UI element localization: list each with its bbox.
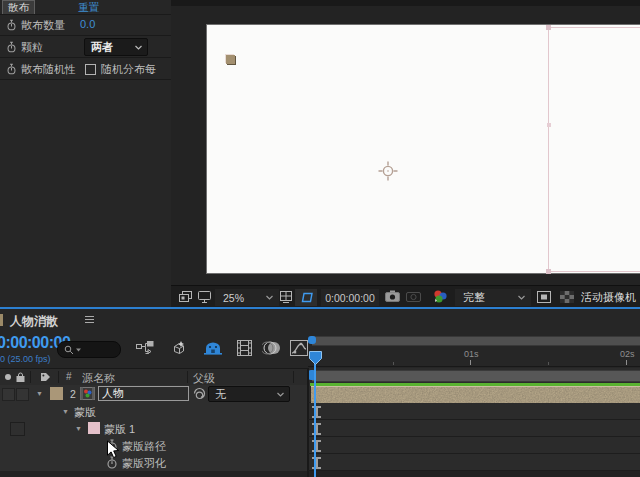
camera-view-value: 活动摄像机	[581, 290, 636, 305]
snapshot-camera-icon[interactable]	[385, 290, 400, 303]
ruler-label-01s: 01s	[464, 349, 479, 359]
group-expand-triangle[interactable]: ▼	[62, 408, 69, 415]
comp-icon	[0, 314, 3, 326]
time-ruler[interactable]: 01s 02s	[308, 346, 640, 367]
rows-bottom-filler	[0, 471, 640, 477]
grain-dropdown-value: 两者	[91, 40, 113, 55]
region-of-interest-icon[interactable]	[537, 291, 551, 303]
audio-toggle[interactable]	[16, 388, 29, 401]
mask-path-label[interactable]: 蒙版路径	[122, 439, 166, 454]
channels-rgb-icon[interactable]	[432, 289, 448, 304]
scatter-amount-value[interactable]: 0.0	[80, 18, 95, 30]
divider	[293, 371, 294, 383]
resolution-dropdown[interactable]: 完整	[455, 289, 531, 306]
stopwatch-icon[interactable]	[6, 19, 17, 31]
grid-and-guides-icon[interactable]	[279, 291, 293, 303]
preview-timecode-box[interactable]: 0:00:00:00	[321, 289, 379, 306]
playhead-line[interactable]	[314, 359, 316, 477]
composition-viewer-panel: 25% 0:00:00:00	[171, 0, 640, 307]
motion-blur-toggle[interactable]	[262, 340, 282, 356]
search-icon	[64, 345, 74, 355]
graph-editor-toggle[interactable]	[290, 340, 308, 356]
layer-expand-triangle[interactable]: ▼	[36, 390, 43, 397]
mask-path-top-edge[interactable]	[548, 27, 640, 28]
column-header-row: # 源名称 父级	[0, 368, 308, 386]
monitor-icon[interactable]	[198, 291, 211, 303]
hide-shy-layers-toggle[interactable]	[203, 340, 223, 356]
parent-pick-whip-icon[interactable]	[193, 387, 206, 400]
randomize-checkbox-label: 随机分布每	[101, 62, 156, 77]
show-snapshot-icon[interactable]	[406, 290, 421, 303]
work-area-bar[interactable]	[312, 370, 640, 382]
multi-view-layout-icon[interactable]	[179, 291, 192, 303]
masks-group-label: 蒙版	[74, 405, 96, 420]
parent-column-header[interactable]: 父级	[193, 371, 215, 386]
source-name-column-header[interactable]: 源名称	[82, 371, 115, 386]
timeline-tab-title: 人物消散	[10, 313, 58, 330]
video-column-icon	[5, 374, 11, 380]
masks-group-row[interactable]: ▼ 蒙版	[0, 403, 308, 421]
timeline-tab[interactable]: 人物消散	[0, 309, 200, 331]
divider	[0, 14, 171, 15]
mask-feather-label[interactable]: 蒙版羽化	[122, 456, 166, 471]
time-navigator-start-handle[interactable]	[308, 336, 316, 344]
mask-feather-row[interactable]: 蒙版羽化	[0, 454, 308, 472]
composition-canvas[interactable]	[207, 25, 640, 273]
layer-label-color-swatch[interactable]	[50, 387, 63, 400]
resolution-value: 完整	[463, 290, 485, 305]
effect-name-box[interactable]: 散布	[2, 0, 35, 15]
ruler-label-02s: 02s	[620, 349, 635, 359]
chevron-down-icon	[518, 295, 525, 300]
mask-1-label: 蒙版 1	[104, 422, 135, 437]
parent-dropdown-value: 无	[215, 387, 226, 402]
mask-expand-triangle[interactable]: ▼	[75, 425, 82, 432]
time-navigator-bar[interactable]	[312, 336, 640, 346]
search-menu-chevron-icon	[76, 348, 81, 352]
divider	[308, 453, 640, 454]
grain-dropdown[interactable]: 两者	[84, 38, 148, 56]
stopwatch-icon[interactable]	[6, 63, 17, 75]
mask-vertex-handle[interactable]	[546, 269, 551, 274]
mouse-cursor	[106, 440, 121, 460]
search-input[interactable]	[57, 341, 121, 358]
transparency-grid-icon[interactable]	[560, 291, 574, 303]
layer-name-input[interactable]	[98, 386, 189, 401]
playhead-indicator[interactable]	[309, 351, 322, 365]
mask-vertex-handle[interactable]	[546, 25, 551, 30]
fps-label: 0 (25.00 fps)	[0, 354, 51, 364]
mask-1-row[interactable]: ▼ 蒙版 1	[0, 420, 308, 438]
draft-3d-icon[interactable]	[170, 340, 188, 356]
mask-visibility-toggle[interactable]	[295, 289, 317, 306]
video-toggle[interactable]	[2, 388, 15, 401]
mask-vertex-handle[interactable]	[547, 123, 551, 127]
panel-menu-icon[interactable]	[84, 314, 95, 325]
reset-effect-link[interactable]: 重置	[78, 1, 99, 15]
stopwatch-icon[interactable]	[6, 41, 17, 53]
composition-mini-flowchart-icon[interactable]	[136, 341, 154, 356]
timeline-panel: 人物消散 0:00:00:00 0 (25.00 fps)	[0, 309, 640, 477]
randomize-checkbox[interactable]	[85, 64, 96, 75]
magnification-dropdown[interactable]: 25%	[215, 289, 279, 306]
property-ibeam-marker	[311, 457, 322, 469]
effect-controls-panel: 散布 重置 散布数量 0.0 颗粒 两者 散布随机	[0, 0, 172, 307]
parent-dropdown[interactable]: 无	[208, 386, 290, 402]
mask-path-bottom-edge[interactable]	[548, 271, 640, 272]
chevron-down-icon	[135, 45, 142, 50]
property-ibeam-marker	[311, 423, 322, 435]
mask-path-row[interactable]: 蒙版路径	[0, 437, 308, 455]
mask-color-swatch[interactable]	[88, 422, 100, 434]
label-column-icon	[40, 372, 51, 382]
timeline-column-divider[interactable]	[307, 368, 309, 477]
layer-row-person[interactable]: ▼ 2 无	[0, 385, 308, 404]
magnification-value: 25%	[223, 292, 244, 304]
frame-blending-toggle[interactable]	[236, 340, 253, 356]
layer-duration-bar[interactable]	[311, 386, 640, 403]
divider	[58, 371, 59, 383]
mask-path-vertical-edge[interactable]	[548, 27, 549, 271]
layer-fragment[interactable]	[226, 55, 235, 64]
camera-view-dropdown[interactable]: 活动摄像机	[581, 289, 640, 306]
divider	[0, 57, 171, 58]
mask-visibility-box[interactable]	[10, 422, 25, 436]
anchor-point-icon[interactable]	[377, 160, 399, 182]
property-label-grain: 颗粒	[21, 40, 43, 55]
